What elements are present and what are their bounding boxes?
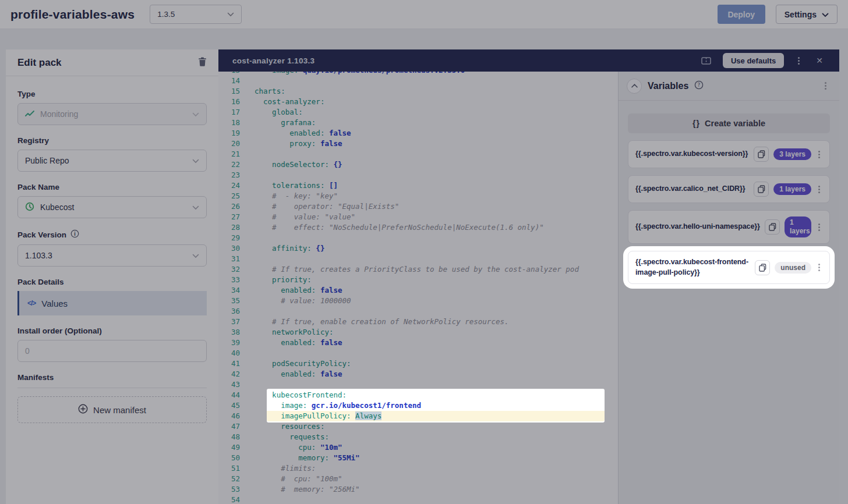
kebab-menu-icon[interactable] — [818, 154, 820, 155]
line-number: 54 — [218, 495, 255, 504]
line-number: 53 — [218, 484, 255, 495]
page-title: profile-variables-aws — [10, 8, 135, 22]
pack-name-label: Pack Name — [17, 183, 207, 191]
editor-header: cost-analyzer 1.103.3 Use defaults ✕ — [218, 49, 839, 72]
install-order-input[interactable] — [25, 346, 199, 356]
code-line-44[interactable]: 44 kubecostFrontend: — [218, 390, 839, 400]
settings-button[interactable]: Settings — [776, 5, 838, 24]
kebab-menu-icon[interactable] — [818, 267, 820, 268]
edit-pack-panel: Edit pack Type Monitoring Registry Publi… — [6, 49, 218, 504]
close-icon[interactable]: ✕ — [814, 54, 825, 67]
split-view-icon[interactable] — [699, 54, 713, 68]
line-number: 24 — [218, 180, 255, 191]
new-manifest-label: New manifest — [93, 405, 146, 415]
line-number: 15 — [218, 86, 255, 97]
variable-name: {{.spectro.var.kubecost-frontend-image-p… — [635, 257, 750, 278]
registry-select[interactable]: Public Repo — [17, 150, 207, 172]
pack-version-label: Pack Version i — [17, 229, 207, 240]
line-number: 31 — [218, 254, 255, 264]
variable-usage-badge: unused — [775, 262, 811, 274]
top-bar: profile-variables-aws 1.3.5 Deploy Setti… — [0, 0, 848, 29]
variable-name: {{.spectro.var.kubecost-version}} — [635, 149, 749, 159]
line-number: 34 — [218, 285, 255, 296]
variable-card[interactable]: {{.spectro.var.kubecost-frontend-image-p… — [628, 251, 830, 284]
create-variable-label: Create variable — [705, 119, 765, 128]
variable-usage-badge: 3 layers — [773, 148, 811, 160]
registry-label: Registry — [17, 136, 207, 145]
profile-version-value: 1.3.5 — [157, 10, 175, 19]
help-icon[interactable]: ? — [694, 80, 704, 92]
type-label: Type — [17, 90, 207, 98]
variables-title: Variables — [648, 81, 688, 91]
line-number: 33 — [218, 275, 255, 285]
variables-panel-header: Variables ? — [619, 72, 839, 101]
line-number: 28 — [218, 222, 255, 233]
new-manifest-button[interactable]: New manifest — [17, 396, 207, 423]
code-line-45[interactable]: 45 image: gcr.io/kubecost1/frontend — [218, 400, 839, 411]
line-number: 19 — [218, 128, 255, 139]
line-number: 17 — [218, 107, 255, 118]
chevron-down-icon — [192, 203, 199, 212]
line-number: 27 — [218, 212, 255, 222]
code-icon: </> — [27, 299, 36, 307]
variable-card[interactable]: {{.spectro.var.kubecost-version}} 3 laye… — [628, 140, 830, 168]
registry-value: Public Repo — [25, 156, 69, 165]
plus-circle-icon — [78, 404, 88, 416]
line-text: kubecostFrontend: — [255, 390, 839, 400]
pack-name-select[interactable]: Kubecost — [17, 196, 207, 218]
line-number: 39 — [218, 338, 255, 348]
line-number: 47 — [218, 421, 255, 432]
line-text: imagePullPolicy: Always — [255, 411, 839, 421]
use-defaults-button[interactable]: Use defaults — [723, 53, 784, 68]
line-number: 16 — [218, 97, 255, 107]
chevron-down-icon — [192, 156, 199, 165]
kebab-menu-icon[interactable] — [818, 189, 820, 190]
profile-version-select[interactable]: 1.3.5 — [150, 5, 242, 24]
pack-details-values-item[interactable]: </> Values — [17, 291, 207, 315]
line-number: 45 — [218, 400, 255, 411]
kebab-menu-icon[interactable] — [820, 83, 831, 89]
copy-icon[interactable] — [754, 147, 769, 162]
line-number: 46 — [218, 411, 255, 421]
variable-name: {{.spectro.var.hello-uni-namespace}} — [635, 222, 760, 232]
kebab-menu-icon[interactable] — [793, 58, 804, 64]
chevron-up-icon[interactable] — [627, 79, 642, 94]
code-line-46[interactable]: 46 imagePullPolicy: Always — [218, 411, 839, 421]
line-number: 18 — [218, 118, 255, 128]
copy-icon[interactable] — [754, 182, 769, 197]
info-icon[interactable]: i — [70, 229, 79, 240]
type-select[interactable]: Monitoring — [17, 103, 207, 125]
edit-pack-header: Edit pack — [6, 49, 218, 76]
line-number: 49 — [218, 442, 255, 453]
kebab-menu-icon[interactable] — [818, 226, 820, 228]
create-variable-button[interactable]: { } Create variable — [628, 113, 830, 133]
line-number: 26 — [218, 201, 255, 212]
monitoring-icon — [25, 109, 34, 119]
line-number: 30 — [218, 243, 255, 254]
line-number: 52 — [218, 474, 255, 484]
deploy-button[interactable]: Deploy — [718, 5, 765, 24]
trash-icon[interactable] — [198, 57, 207, 69]
values-label: Values — [41, 299, 68, 308]
copy-icon[interactable] — [755, 260, 770, 275]
install-order-field — [17, 340, 207, 362]
line-number: 21 — [218, 149, 255, 159]
line-number: 35 — [218, 296, 255, 306]
variable-card[interactable]: {{.spectro.var.calico_net_CIDR}} 1 layer… — [628, 175, 830, 203]
line-number: 36 — [218, 306, 255, 317]
chevron-down-icon — [822, 10, 829, 19]
line-number: 50 — [218, 453, 255, 463]
line-number: 23 — [218, 170, 255, 180]
variable-card[interactable]: {{.spectro.var.hello-uni-namespace}} 1 l… — [628, 210, 830, 244]
line-number: 37 — [218, 317, 255, 327]
pack-version-select[interactable]: 1.103.3 — [17, 244, 207, 267]
svg-text:i: i — [74, 231, 76, 237]
line-number: 14 — [218, 76, 255, 86]
copy-icon[interactable] — [765, 219, 780, 235]
line-number: 40 — [218, 348, 255, 359]
line-number: 44 — [218, 390, 255, 400]
line-number: 20 — [218, 139, 255, 149]
type-value: Monitoring — [40, 109, 78, 119]
pack-name-value: Kubecost — [40, 203, 74, 212]
svg-text:?: ? — [698, 82, 701, 88]
